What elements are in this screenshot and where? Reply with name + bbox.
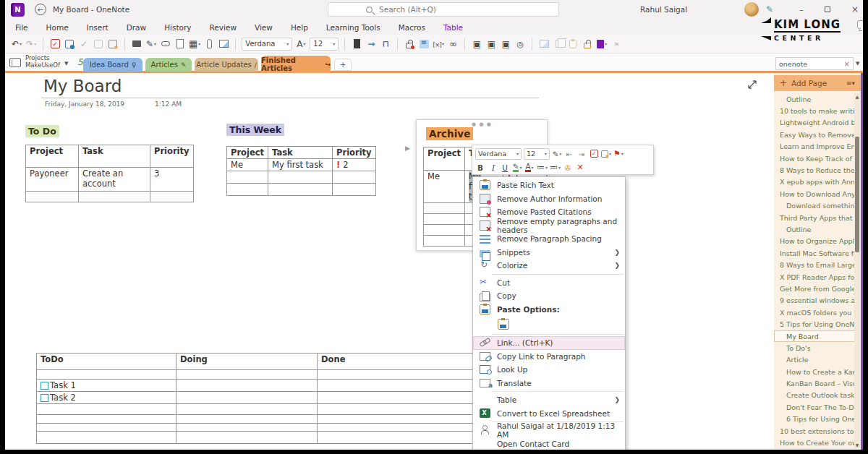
star-tag-button[interactable] <box>107 38 119 50</box>
table-cell[interactable] <box>333 184 376 196</box>
todo-table[interactable]: Project Task Priority Payoneer Create an… <box>25 145 194 202</box>
insert-table-button[interactable]: ▾ <box>189 38 200 50</box>
table-cell[interactable]: Create an account <box>79 168 150 192</box>
underline-button[interactable]: U <box>500 162 510 173</box>
back-button[interactable]: ← <box>35 4 46 15</box>
desk-view-button[interactable] <box>380 38 391 50</box>
task-checkbox[interactable] <box>41 394 48 402</box>
table-cell[interactable] <box>333 171 376 184</box>
add-section-button[interactable]: + <box>334 59 352 71</box>
table-cell[interactable] <box>227 171 268 184</box>
replay-button[interactable] <box>447 38 459 50</box>
numbered-list-button[interactable]: ▾ <box>550 162 561 173</box>
menu-item[interactable]: View <box>255 23 273 32</box>
task-checkbox[interactable] <box>41 382 48 390</box>
notebook-color-button[interactable]: ▾ <box>596 38 608 50</box>
todo-tag-button[interactable] <box>49 38 61 50</box>
decrease-indent-button[interactable] <box>564 148 574 159</box>
page-list-item[interactable]: X macOS folders you ca ∨ <box>774 307 856 318</box>
page-list-item[interactable]: Third Party Apps that Integ ∨ <box>774 212 856 223</box>
math-button[interactable]: ▾ <box>433 38 444 50</box>
tab-articles[interactable]: Articles✎ <box>145 58 192 72</box>
context-menu-item[interactable]: Copy ❯ <box>473 289 625 303</box>
sort-pages-icon[interactable]: ≡▾ <box>846 80 855 87</box>
context-menu-item[interactable]: Rahul Saigal at 1/18/2019 1:13 AM ❯ <box>473 424 625 437</box>
dark-page-button[interactable] <box>351 38 362 50</box>
kanban-table[interactable]: ToDo Doing Done Task 1 Task 2 <box>36 353 475 444</box>
scrollbar-thumb[interactable] <box>855 137 859 252</box>
table-cell[interactable] <box>318 404 475 415</box>
protect-button[interactable] <box>582 38 593 50</box>
task-cell[interactable]: Task 1 <box>37 380 176 392</box>
tab-finished-articles[interactable]: Finished Articles↪ <box>261 56 331 73</box>
context-menu-item[interactable]: Remove empty paragraphs and headers ❯ <box>473 219 625 233</box>
mini-font-size-select[interactable]: 12▾ <box>524 148 550 160</box>
archive-heading[interactable]: Archive <box>426 127 473 140</box>
insert-picture-button[interactable] <box>218 38 229 50</box>
page-list-item[interactable]: Easy Ways to Remove Fr ∨ <box>774 129 856 140</box>
table-cell[interactable] <box>37 415 176 424</box>
context-menu-item[interactable]: Table ❯ <box>473 393 625 407</box>
forward-button[interactable] <box>365 38 377 50</box>
todo-tag-button[interactable] <box>589 148 599 159</box>
search-options-icon[interactable]: ▼ <box>856 61 859 67</box>
table-cell[interactable] <box>424 225 465 236</box>
box-tag-button[interactable] <box>93 38 104 50</box>
menu-item[interactable]: File <box>15 23 28 32</box>
page-list-item[interactable]: 10 best extensions to en ∨ <box>774 425 856 437</box>
table-cell[interactable] <box>318 392 475 404</box>
notebook-name[interactable]: Projects MakeUseOf <box>25 55 60 69</box>
clipboard-button[interactable] <box>567 38 579 50</box>
clear-search-icon[interactable]: × <box>844 60 850 68</box>
table-cell[interactable] <box>268 184 333 196</box>
bullet-list-button[interactable]: ▾ <box>537 162 548 173</box>
page-list-item[interactable]: How to Download Anythin ∨ <box>774 188 856 200</box>
context-menu-item[interactable]: Look Up ❯ <box>473 363 625 377</box>
table-cell[interactable] <box>37 370 176 380</box>
delete-button[interactable]: ✕ <box>575 162 585 173</box>
table-cell[interactable] <box>150 192 194 202</box>
table-cell[interactable] <box>318 380 475 392</box>
table-cell[interactable] <box>176 432 318 444</box>
screenshot-button[interactable] <box>538 38 550 50</box>
table-cell[interactable] <box>424 236 465 247</box>
check-tag-button[interactable] <box>78 38 90 50</box>
page-list-item[interactable]: Get More from Google Pla ∨ <box>774 283 856 294</box>
page-list-item[interactable]: 9 essential windows app ∨ <box>774 295 856 307</box>
user-name[interactable]: Rahul Saigal <box>640 5 687 14</box>
undo-button[interactable]: ▾ <box>11 38 22 50</box>
task-cell[interactable]: Task 2 <box>37 392 176 404</box>
table-cell[interactable] <box>318 370 475 380</box>
context-menu-item[interactable]: Remove Paragraph Spacing ❯ <box>473 232 625 246</box>
paragraph-handle-icon[interactable]: ▶ <box>405 145 410 152</box>
page-title[interactable]: My Board <box>43 77 122 95</box>
table-cell[interactable]: My first task <box>268 159 333 171</box>
table-cell[interactable] <box>424 203 465 214</box>
global-search-input[interactable]: Search (Alt+Q) <box>328 2 559 17</box>
tab-article-updates[interactable]: Article Updates∕ <box>195 58 258 72</box>
table-cell[interactable] <box>37 424 176 432</box>
menu-item[interactable]: Macros <box>399 23 425 32</box>
page-list-item[interactable]: Don't Fear The To-Do Li ∨ <box>774 401 856 413</box>
page-list-item[interactable]: How to Keep Track of T ∨ <box>774 153 856 164</box>
context-menu-item[interactable]: Translate ❯ <box>473 377 625 390</box>
page-list-item[interactable]: 6 Tips for Using OneNo ∨ <box>774 414 856 425</box>
avatar[interactable] <box>744 2 759 17</box>
menu-item[interactable]: History <box>164 23 191 32</box>
menu-item[interactable]: Insert <box>87 23 109 32</box>
page-list-item[interactable]: 8 Ways to Reduce the B ∨ <box>774 164 856 176</box>
copy-pages-button[interactable] <box>553 38 564 50</box>
notebook-icon[interactable] <box>9 58 21 67</box>
table-cell[interactable] <box>268 171 333 184</box>
ink-style-button[interactable]: ▾ <box>552 148 562 159</box>
font-color-button[interactable]: A▾ <box>524 162 535 173</box>
menu-item[interactable]: Review <box>210 23 237 32</box>
table-cell[interactable] <box>37 404 176 415</box>
context-menu-item[interactable]: Paste Rich Text ❯ <box>473 179 625 192</box>
menu-item[interactable]: Learning Tools <box>326 23 380 32</box>
ink-button[interactable]: ▾ <box>145 38 157 50</box>
page-list-item[interactable]: How to Create Your ow ∨ <box>774 437 856 448</box>
font-style-button[interactable]: A▾ <box>295 38 307 50</box>
eraser-button[interactable] <box>131 38 142 50</box>
this-week-heading[interactable]: This Week <box>226 124 284 136</box>
